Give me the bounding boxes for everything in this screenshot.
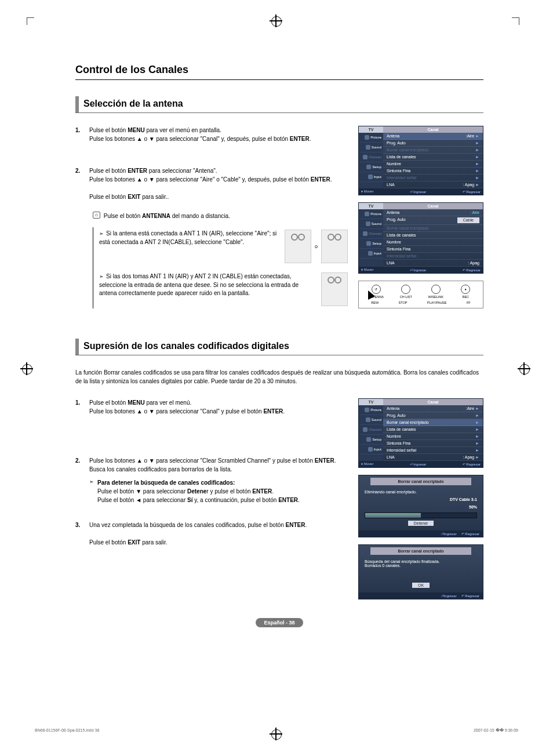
- step-number: 3.: [75, 521, 89, 547]
- step-text: Pulse el botón MENU para ver el menú.Pul…: [89, 398, 348, 416]
- progress-percent: 50%: [365, 505, 477, 509]
- antenna-diagram: [321, 272, 348, 306]
- section-heading: Supresión de los canales codificados dig…: [75, 339, 483, 355]
- step-number: 2.: [75, 456, 89, 508]
- osd-side-item: Setup: [359, 162, 383, 172]
- progress-bar: [365, 513, 477, 518]
- osd-item: Prog. Auto►: [383, 140, 483, 147]
- modal-ok-button: OK: [412, 583, 430, 588]
- step-text: Una vez completada la búsqueda de los ca…: [89, 521, 348, 547]
- remote-hint: ⌂ Pulse el botón ANTENNA del mando a dis…: [93, 212, 348, 220]
- osd-item: Lista de canales►: [383, 154, 483, 161]
- step-number: 1.: [75, 126, 89, 143]
- osd-side-item: Input: [359, 172, 383, 182]
- osd-screenshot-channel: TVCanal Picture Sound Channel Setup Inpu…: [358, 126, 483, 195]
- step-number: 2.: [75, 166, 89, 201]
- antenna-diagram: o: [285, 230, 348, 263]
- osd-side-item: Picture: [359, 133, 383, 143]
- section-intro: La función Borrar canales codificados se…: [75, 368, 483, 386]
- osd-item: Intensidad señal►: [383, 175, 483, 181]
- print-footer: BN68-01156F-00-Spa-0215.indd 38 2007-02-…: [35, 728, 518, 733]
- osd-modal-progress: Borrar canal encriptado Eliminando canal…: [358, 475, 483, 537]
- osd-item: Sintonía Fina►: [383, 168, 483, 175]
- step-text: Pulse los botones ▲ o ▼ para seleccionar…: [89, 456, 348, 508]
- osd-screenshot-antena-select: TVCanal Picture Sound Channel Setup Inpu…: [358, 202, 483, 274]
- modal-stop-button: Detener: [408, 521, 434, 526]
- hint-text: Si la antena está conectada a ANT 1 IN (…: [99, 230, 280, 246]
- hint-text: Para detener la búsqueda de canales codi…: [89, 478, 348, 504]
- page-title: Control de los Canales: [75, 64, 483, 80]
- hint-text: Si las dos tomas ANT 1 IN (AIR) y ANT 2 …: [99, 272, 316, 298]
- osd-modal-complete: Borrar canal encriptado Búsqueda del can…: [358, 544, 483, 599]
- step-text: Pulse el botón ENTER para seleccionar "A…: [89, 166, 348, 201]
- page-number-pill: Español - 38: [256, 618, 303, 627]
- section-heading: Selección de la antena: [75, 96, 483, 113]
- osd-screenshot-borrar: TVCanal Picture Sound Channel Setup Inpu…: [358, 398, 483, 468]
- remote-antenna-button: ↺ANTENNA: [367, 285, 385, 299]
- osd-side-item: Sound: [359, 143, 383, 152]
- osd-item: Borrar canal encriptado►: [383, 147, 483, 154]
- step-text: Pulse el botón MENU para ver el menú en …: [89, 126, 348, 143]
- osd-side-item: Channel: [359, 152, 383, 162]
- remote-diagram: ↺ANTENNA CH LIST WISELINK ●REC REW STOP …: [358, 281, 483, 308]
- step-number: 1.: [75, 398, 89, 416]
- remote-icon: ⌂: [93, 212, 100, 219]
- osd-item: Nombre►: [383, 161, 483, 168]
- osd-item: LNA: Apag ►: [383, 181, 483, 188]
- osd-item-antena: Antena:Aire ►: [383, 133, 483, 140]
